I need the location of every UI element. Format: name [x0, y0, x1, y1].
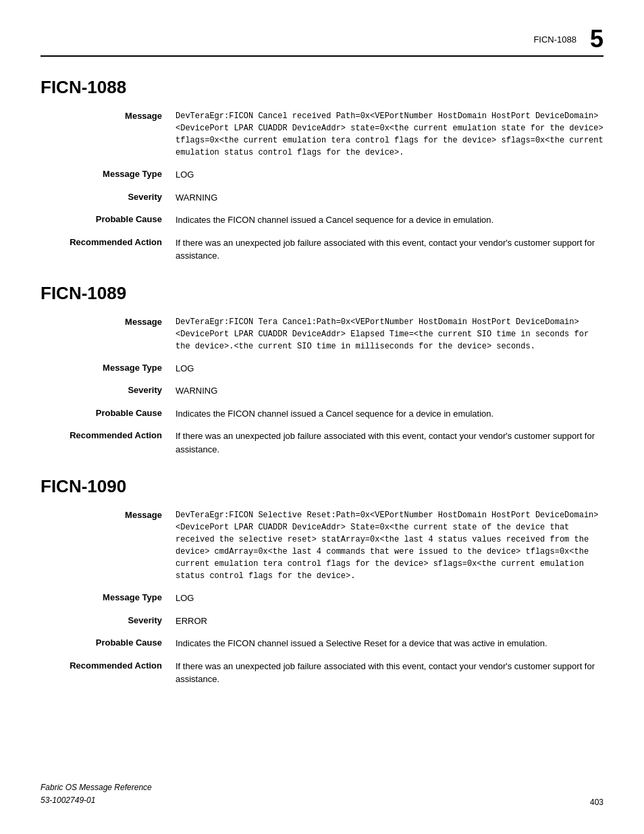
field-value: WARNING	[176, 384, 603, 398]
field-row: MessageDevTeraEgr:FICON Cancel received …	[41, 110, 603, 159]
footer-left: Fabric OS Message Reference 53-1002749-0…	[41, 781, 152, 807]
field-row: Message TypeLOG	[41, 168, 603, 182]
field-value: DevTeraEgr:FICON Selective Reset:Path=0x…	[176, 509, 603, 582]
field-label: Probable Cause	[41, 213, 176, 224]
field-row: Probable CauseIndicates the FICON channe…	[41, 407, 603, 421]
section-ficn-1089: FICN-1089MessageDevTeraEgr:FICON Tera Ca…	[41, 283, 603, 457]
section-title-ficn-1090: FICN-1090	[41, 476, 603, 497]
section-ficn-1088: FICN-1088MessageDevTeraEgr:FICON Cancel …	[41, 77, 603, 263]
page-footer: Fabric OS Message Reference 53-1002749-0…	[41, 781, 603, 807]
footer-page-number: 403	[590, 798, 603, 807]
field-row: MessageDevTeraEgr:FICON Selective Reset:…	[41, 509, 603, 582]
field-label: Severity	[41, 191, 176, 202]
field-label: Message Type	[41, 168, 176, 179]
field-value: If there was an unexpected job failure a…	[176, 660, 603, 686]
section-title-ficn-1088: FICN-1088	[41, 77, 603, 98]
field-value: LOG	[176, 168, 603, 182]
field-value: LOG	[176, 362, 603, 375]
field-value: LOG	[176, 592, 603, 605]
field-label: Message	[41, 509, 176, 520]
field-label: Severity	[41, 615, 176, 625]
field-value: WARNING	[176, 191, 603, 205]
section-title-ficn-1089: FICN-1089	[41, 283, 603, 304]
field-row: Probable CauseIndicates the FICON channe…	[41, 637, 603, 650]
field-value: DevTeraEgr:FICON Tera Cancel:Path=0x<VEP…	[176, 316, 603, 353]
sections-container: FICN-1088MessageDevTeraEgr:FICON Cancel …	[41, 77, 603, 686]
field-label: Probable Cause	[41, 407, 176, 418]
field-row: Message TypeLOG	[41, 592, 603, 605]
field-value: ERROR	[176, 615, 603, 628]
field-label: Recommended Action	[41, 429, 176, 440]
field-value: Indicates the FICON channel issued a Can…	[176, 407, 603, 421]
field-row: SeverityERROR	[41, 615, 603, 628]
footer-doc-number: 53-1002749-01	[41, 794, 152, 807]
field-value: Indicates the FICON channel issued a Can…	[176, 213, 603, 227]
header-page-number: 5	[590, 27, 603, 51]
section-ficn-1090: FICN-1090MessageDevTeraEgr:FICON Selecti…	[41, 476, 603, 686]
field-value: If there was an unexpected job failure a…	[176, 429, 603, 456]
field-label: Message Type	[41, 592, 176, 602]
field-row: Recommended ActionIf there was an unexpe…	[41, 429, 603, 456]
field-label: Probable Cause	[41, 637, 176, 648]
field-value: Indicates the FICON channel issued a Sel…	[176, 637, 603, 650]
field-label: Message	[41, 110, 176, 121]
page: FICN-1088 5 FICN-1088MessageDevTeraEgr:F…	[0, 0, 644, 834]
field-label: Message Type	[41, 362, 176, 373]
field-value: If there was an unexpected job failure a…	[176, 236, 603, 263]
header-title: FICN-1088	[533, 34, 576, 45]
field-label: Recommended Action	[41, 236, 176, 247]
field-label: Message	[41, 316, 176, 327]
page-header: FICN-1088 5	[41, 27, 603, 57]
field-row: MessageDevTeraEgr:FICON Tera Cancel:Path…	[41, 316, 603, 353]
field-row: SeverityWARNING	[41, 384, 603, 398]
field-row: SeverityWARNING	[41, 191, 603, 205]
field-row: Recommended ActionIf there was an unexpe…	[41, 660, 603, 686]
field-row: Message TypeLOG	[41, 362, 603, 375]
field-value: DevTeraEgr:FICON Cancel received Path=0x…	[176, 110, 603, 159]
field-label: Recommended Action	[41, 660, 176, 671]
field-row: Recommended ActionIf there was an unexpe…	[41, 236, 603, 263]
field-label: Severity	[41, 384, 176, 395]
footer-title: Fabric OS Message Reference	[41, 781, 152, 794]
field-row: Probable CauseIndicates the FICON channe…	[41, 213, 603, 227]
